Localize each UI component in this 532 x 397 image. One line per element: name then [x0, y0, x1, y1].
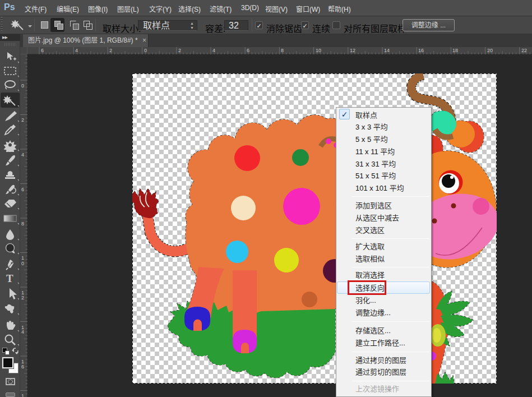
- svg-text:2: 2: [21, 295, 24, 301]
- svg-text:8: 8: [281, 48, 284, 53]
- svg-text:8: 8: [21, 221, 24, 227]
- svg-text:16: 16: [418, 48, 424, 53]
- svg-text:T: T: [6, 273, 13, 284]
- svg-text:6: 6: [21, 187, 24, 192]
- svg-text:2: 2: [109, 48, 112, 53]
- svg-text:4: 4: [212, 48, 215, 53]
- svg-text:4: 4: [21, 152, 24, 158]
- svg-text:2: 2: [178, 48, 181, 53]
- svg-text:14: 14: [384, 48, 390, 53]
- svg-text:6: 6: [247, 48, 249, 53]
- svg-text:1: 1: [21, 255, 24, 261]
- svg-text:18: 18: [452, 48, 458, 53]
- svg-text:22: 22: [521, 48, 527, 53]
- svg-text:4: 4: [75, 48, 78, 53]
- svg-text:12: 12: [350, 48, 355, 53]
- svg-text:20: 20: [487, 48, 493, 53]
- svg-text:10: 10: [316, 48, 321, 53]
- svg-text:0: 0: [21, 83, 24, 89]
- svg-text:6: 6: [41, 48, 44, 53]
- svg-text:4: 4: [21, 329, 24, 335]
- svg-text:1: 1: [21, 393, 24, 397]
- svg-text:0: 0: [21, 261, 24, 266]
- svg-text:6: 6: [21, 364, 24, 370]
- svg-text:0: 0: [144, 48, 147, 53]
- svg-text:2: 2: [21, 117, 24, 123]
